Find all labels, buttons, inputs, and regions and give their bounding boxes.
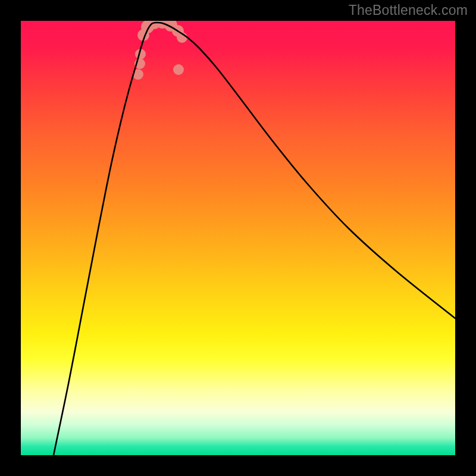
curve-layer [21, 21, 455, 455]
watermark-text: TheBottleneck.com [349, 2, 468, 18]
plot-area [21, 21, 455, 455]
highlight-dot [173, 64, 184, 75]
chart-frame: TheBottleneck.com [0, 0, 476, 476]
bottleneck-curve [54, 23, 455, 455]
